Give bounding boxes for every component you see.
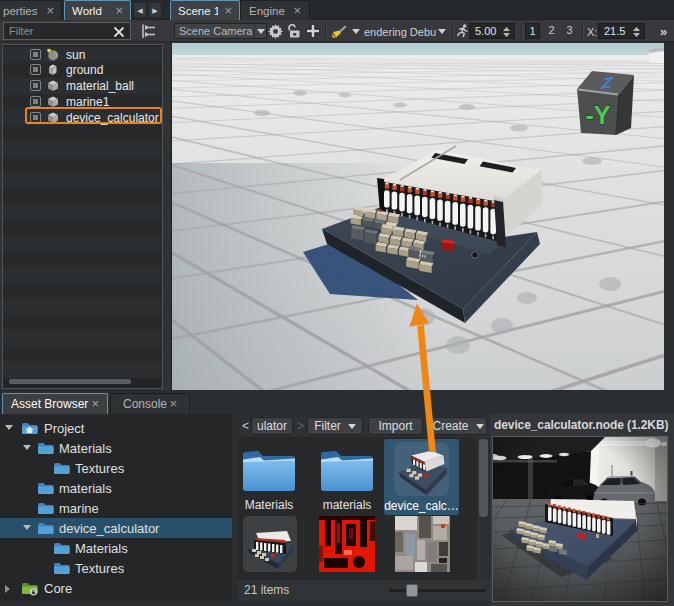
tab-world[interactable]: World × xyxy=(64,0,131,20)
world-tree-row xyxy=(3,236,162,252)
tabs-scroll-right-button[interactable]: ▶ xyxy=(148,2,162,18)
camera-preset-3-button[interactable]: 3 xyxy=(562,23,577,39)
helpers-button[interactable] xyxy=(328,23,348,39)
node-enabled-checkbox[interactable] xyxy=(30,80,41,91)
right-tabbar: Scene 1 × Engine × xyxy=(166,0,674,20)
gizmo-cube[interactable]: Z -Y xyxy=(577,71,634,135)
world-hierarchy-panel: sungroundmaterial_ballmarine1device_calc… xyxy=(0,42,166,391)
breadcrumb-bar: < ulator > Filter Import Create xyxy=(238,415,490,437)
asset-tree-label: Materials xyxy=(75,541,128,556)
folder-icon xyxy=(37,481,55,496)
toolbar-overflow-button[interactable]: » xyxy=(660,24,667,39)
tab-console-close-icon[interactable]: × xyxy=(169,399,177,409)
camera-speed-input[interactable]: 5.00 xyxy=(469,23,515,39)
asset-tree-row-project[interactable]: Project xyxy=(0,418,232,438)
bottom-tabbar: Asset Browser × Console × xyxy=(0,390,674,414)
thumbnail-size-knob[interactable] xyxy=(406,584,418,597)
thumbnail-size-slider[interactable] xyxy=(389,589,486,592)
splitter-left-viewport[interactable] xyxy=(166,42,172,391)
tab-properties-close-icon[interactable]: × xyxy=(40,6,54,16)
node-enabled-checkbox[interactable] xyxy=(30,49,41,60)
filter-button[interactable]: Filter xyxy=(307,417,363,435)
expand-arrow-icon[interactable] xyxy=(23,445,31,450)
expand-arrow-icon[interactable] xyxy=(23,525,31,530)
asset-tree[interactable]: ProjectMaterialsTexturesmaterialsmarined… xyxy=(0,414,232,601)
tab-world-label: World xyxy=(72,5,102,17)
asset-tree-row-textures[interactable]: Textures xyxy=(0,458,232,478)
tab-properties[interactable]: perties × xyxy=(0,0,62,20)
world-tree-hscrollbar[interactable] xyxy=(9,379,131,384)
world-filter-input[interactable]: Filter xyxy=(3,22,131,40)
add-node-button[interactable] xyxy=(304,23,322,39)
hierarchy-toggle-button[interactable] xyxy=(138,23,160,39)
collapse-arrow-icon[interactable] xyxy=(5,585,10,593)
tab-engine-close-icon[interactable]: × xyxy=(287,6,301,16)
create-button-label: Create xyxy=(432,419,468,433)
node-enabled-checkbox[interactable] xyxy=(30,96,41,107)
import-button[interactable]: Import xyxy=(368,417,423,435)
hierarchy-icon xyxy=(141,23,157,39)
brush-icon xyxy=(330,24,347,39)
tab-console[interactable]: Console × xyxy=(110,393,190,414)
tab-engine[interactable]: Engine × xyxy=(240,0,310,20)
items-count-label: 21 items xyxy=(244,583,289,597)
breadcrumb-folder-label: ulator xyxy=(257,419,287,433)
x-coordinate-input[interactable]: 21.5 xyxy=(598,23,645,39)
asset-tree-row-device_calculator[interactable]: device_calculator xyxy=(0,518,232,538)
core-folder-icon xyxy=(21,581,39,596)
asset-tree-row-textures[interactable]: Textures xyxy=(0,558,232,578)
asset-folder-materials2-label[interactable]: materials xyxy=(319,498,375,512)
camera-select[interactable]: Scene Camera xyxy=(174,23,267,39)
world-tree-row-material_ball[interactable]: material_ball xyxy=(3,78,162,94)
asset-tree-row-materials[interactable]: materials xyxy=(0,478,232,498)
world-tree[interactable]: sungroundmaterial_ballmarine1device_calc… xyxy=(2,44,163,389)
asset-grid: Materials materials xyxy=(238,437,490,594)
asset-tree-row-materials[interactable]: Materials xyxy=(0,438,232,458)
asset-tree-label: marine xyxy=(59,501,99,516)
viewport-3d[interactable]: Z -Y xyxy=(172,43,664,390)
world-tree-row-ground[interactable]: ground xyxy=(3,62,162,78)
asset-folder-materials-icon[interactable] xyxy=(241,446,297,493)
asset-grid-scrollbar[interactable] xyxy=(477,437,489,594)
asset-tree-label: materials xyxy=(59,481,112,496)
asset-node-device-calculator[interactable]: device_calc… xyxy=(384,439,459,515)
asset-tree-label: Materials xyxy=(59,441,112,456)
expand-arrow-icon[interactable] xyxy=(5,425,13,430)
tab-scene1[interactable]: Scene 1 × xyxy=(170,0,240,20)
tab-asset-browser[interactable]: Asset Browser × xyxy=(2,393,108,414)
rendering-debug-arrow[interactable] xyxy=(436,23,448,39)
world-tree-row xyxy=(3,346,162,362)
folder-icon xyxy=(53,561,71,576)
camera-preset-1-button[interactable]: 1 xyxy=(525,23,540,39)
asset-tree-row-core[interactable]: Core xyxy=(0,578,232,598)
world-tree-row-sun[interactable]: sun xyxy=(3,47,162,63)
world-tree-row xyxy=(3,188,162,204)
asset-tree-row-marine[interactable]: marine xyxy=(0,498,232,518)
camera-select-arrow xyxy=(254,24,266,38)
clear-filter-icon[interactable] xyxy=(113,26,125,38)
tab-world-close-icon[interactable]: × xyxy=(109,6,123,16)
rendering-debug-label[interactable]: endering Debu xyxy=(364,26,436,38)
camera-speed-spinner[interactable] xyxy=(501,25,512,39)
camera-preset-2-button[interactable]: 2 xyxy=(544,23,559,39)
asset-tree-row-materials[interactable]: Materials xyxy=(0,538,232,558)
helpers-dropdown-arrow[interactable] xyxy=(350,23,362,39)
breadcrumb-folder-button[interactable]: ulator xyxy=(251,417,293,435)
camera-settings-button[interactable] xyxy=(266,23,284,39)
asset-thumb-texture-atlas[interactable] xyxy=(395,516,450,572)
breadcrumb-back-button[interactable]: < xyxy=(242,419,249,433)
create-button[interactable]: Create xyxy=(429,417,487,435)
tab-asset-browser-close-icon[interactable]: × xyxy=(91,399,99,409)
asset-thumb-texture-red[interactable] xyxy=(319,516,375,572)
asset-folder-materials2-icon[interactable] xyxy=(319,446,375,493)
x-coordinate-spinner[interactable] xyxy=(631,25,642,39)
tabs-scroll-left-button[interactable]: ◀ xyxy=(133,2,147,18)
tab-scene1-close-icon[interactable]: × xyxy=(218,6,232,16)
node-enabled-checkbox[interactable] xyxy=(30,64,41,75)
asset-folder-materials-label[interactable]: Materials xyxy=(241,498,297,512)
lock-camera-button[interactable] xyxy=(286,23,302,39)
breadcrumb-forward-button[interactable]: > xyxy=(297,419,304,433)
asset-thumb-node[interactable] xyxy=(243,516,297,572)
world-tree-row xyxy=(3,173,162,189)
preview-image[interactable] xyxy=(492,436,668,602)
